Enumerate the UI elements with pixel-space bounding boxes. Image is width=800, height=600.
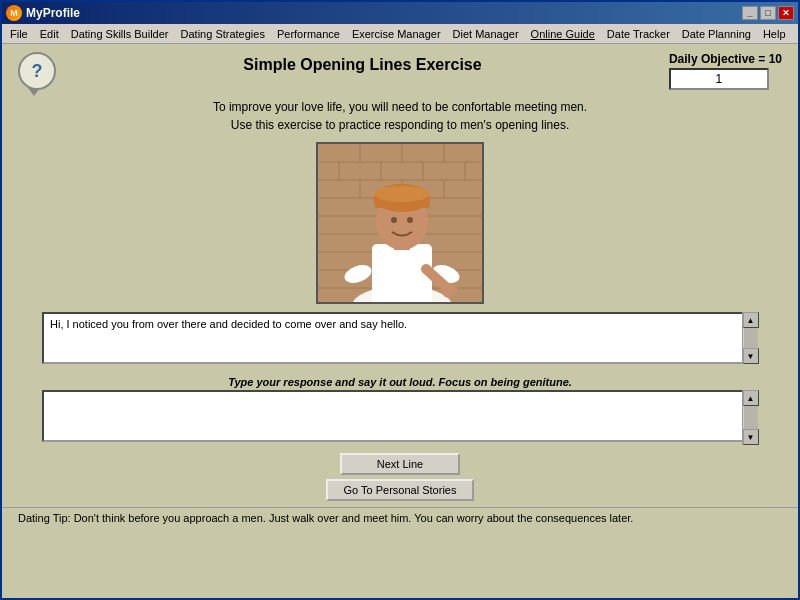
description-line1: To improve your love life, you will need… (18, 98, 782, 116)
title-bar-buttons: _ □ ✕ (742, 6, 794, 20)
maximize-button[interactable]: □ (760, 6, 776, 20)
tip-bar: Dating Tip: Don't think before you appro… (2, 507, 798, 528)
menu-online-guide[interactable]: Online Guide (525, 26, 601, 42)
brick-svg (318, 144, 484, 304)
response-prompt-label: Type your response and say it out loud. … (42, 376, 758, 388)
response-scrollbar[interactable]: ▲ ▼ (742, 390, 758, 445)
response-scroll-down[interactable]: ▼ (743, 429, 759, 445)
image-area (2, 138, 798, 308)
exercise-description: To improve your love life, you will need… (2, 94, 798, 138)
menu-edit[interactable]: Edit (34, 26, 65, 42)
opening-line-container: Hi, I noticed you from over there and de… (42, 312, 758, 364)
response-prompt-text: Type your response and say it out loud. … (228, 376, 572, 388)
menu-help[interactable]: Help (757, 26, 792, 42)
description-line2: Use this exercise to practice responding… (18, 116, 782, 134)
response-box-container: ▲ ▼ (42, 390, 758, 445)
menu-performance[interactable]: Performance (271, 26, 346, 42)
daily-objective: Daily Objective = 10 1 (669, 52, 782, 90)
exercise-title: Simple Opening Lines Exercise (56, 52, 669, 74)
scroll-up-arrow[interactable]: ▲ (743, 312, 759, 328)
opening-line-area: Hi, I noticed you from over there and de… (2, 308, 798, 374)
minimize-button[interactable]: _ (742, 6, 758, 20)
scroll-down-arrow[interactable]: ▼ (743, 348, 759, 364)
menu-bar: File Edit Dating Skills Builder Dating S… (2, 24, 798, 44)
menu-diet-manager[interactable]: Diet Manager (447, 26, 525, 42)
person-image (316, 142, 484, 304)
next-line-button[interactable]: Next Line (340, 453, 460, 475)
title-bar-left: M MyProfile (6, 5, 80, 21)
window-title: MyProfile (26, 6, 80, 20)
opening-line-text: Hi, I noticed you from over there and de… (42, 312, 758, 364)
response-input[interactable] (42, 390, 758, 442)
menu-dating-skills-builder[interactable]: Dating Skills Builder (65, 26, 175, 42)
svg-point-27 (374, 186, 430, 202)
menu-dating-strategies[interactable]: Dating Strategies (175, 26, 271, 42)
personal-stories-button[interactable]: Go To Personal Stories (326, 479, 475, 501)
daily-objective-value: 1 (669, 68, 769, 90)
app-icon: M (6, 5, 22, 21)
main-content: ? Simple Opening Lines Exercise Daily Ob… (2, 44, 798, 598)
svg-point-28 (391, 217, 397, 223)
scroll-track (744, 328, 758, 348)
menu-exercise-manager[interactable]: Exercise Manager (346, 26, 447, 42)
help-button[interactable]: ? (18, 52, 56, 90)
response-scroll-track (744, 406, 758, 429)
svg-point-29 (407, 217, 413, 223)
menu-file[interactable]: File (4, 26, 34, 42)
brick-background (318, 144, 482, 302)
daily-objective-label: Daily Objective = 10 (669, 52, 782, 66)
buttons-area: Next Line Go To Personal Stories (2, 447, 798, 507)
title-bar: M MyProfile _ □ ✕ (2, 2, 798, 24)
menu-date-tracker[interactable]: Date Tracker (601, 26, 676, 42)
response-area: Type your response and say it out loud. … (2, 374, 798, 447)
opening-line-scrollbar[interactable]: ▲ ▼ (742, 312, 758, 364)
svg-rect-20 (372, 244, 432, 304)
close-button[interactable]: ✕ (778, 6, 794, 20)
menu-date-planning[interactable]: Date Planning (676, 26, 757, 42)
main-window: M MyProfile _ □ ✕ File Edit Dating Skill… (0, 0, 800, 600)
header-area: ? Simple Opening Lines Exercise Daily Ob… (2, 44, 798, 94)
tip-text: Dating Tip: Don't think before you appro… (18, 512, 633, 524)
response-scroll-up[interactable]: ▲ (743, 390, 759, 406)
opening-line-wrapper: Hi, I noticed you from over there and de… (42, 312, 758, 364)
